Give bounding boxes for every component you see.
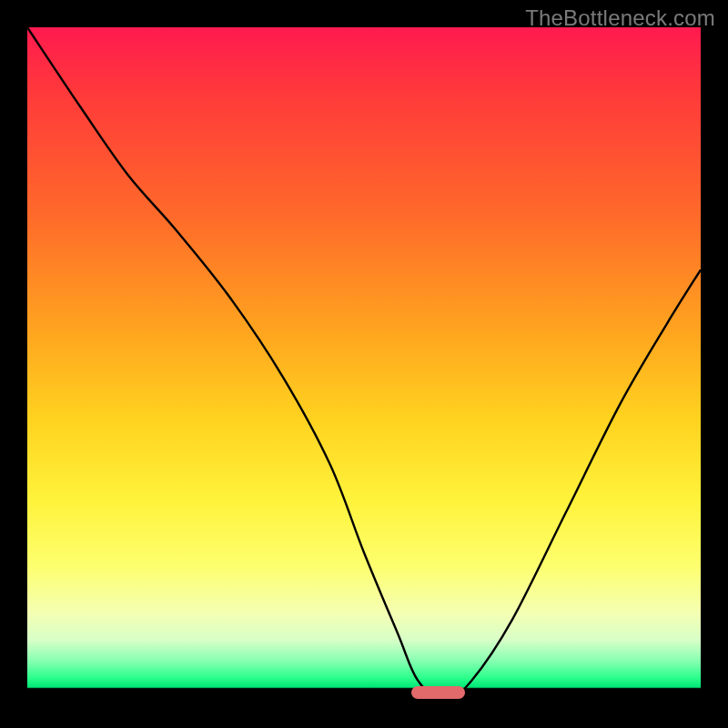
minimum-marker [411, 686, 465, 699]
chart-frame: TheBottleneck.com [0, 0, 728, 728]
bottleneck-curve [27, 27, 701, 701]
plot-area [27, 27, 701, 701]
watermark-text: TheBottleneck.com [525, 5, 715, 31]
